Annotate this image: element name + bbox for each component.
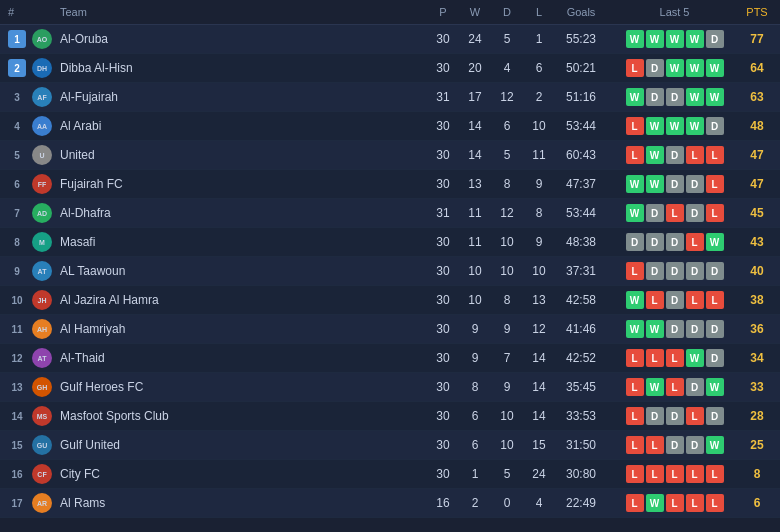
won-cell: 2 bbox=[459, 496, 491, 510]
won-cell: 8 bbox=[459, 380, 491, 394]
rank-badge: 12 bbox=[8, 349, 26, 367]
result-badge: L bbox=[626, 262, 644, 280]
team-icon: AO bbox=[32, 29, 52, 49]
team-name: Al-Dhafra bbox=[60, 206, 427, 220]
result-badge: W bbox=[706, 378, 724, 396]
points-cell: 45 bbox=[742, 206, 772, 220]
won-cell: 24 bbox=[459, 32, 491, 46]
rank-cell: 5 bbox=[8, 146, 32, 164]
goals-cell: 41:46 bbox=[555, 322, 607, 336]
team-icon: DH bbox=[32, 58, 52, 78]
result-badge: W bbox=[706, 59, 724, 77]
table-row: 10JHAl Jazira Al Hamra301081342:58WLDLL3… bbox=[0, 286, 780, 315]
last5-cell: LDDLD bbox=[607, 407, 742, 425]
lost-cell: 15 bbox=[523, 438, 555, 452]
result-badge: D bbox=[706, 349, 724, 367]
result-badge: D bbox=[666, 88, 684, 106]
rank-cell: 6 bbox=[8, 175, 32, 193]
result-badge: W bbox=[626, 204, 644, 222]
table-row: 1AOAl-Oruba30245155:23WWWWD77 bbox=[0, 25, 780, 54]
result-badge: D bbox=[686, 320, 704, 338]
team-badge: AF bbox=[32, 87, 60, 107]
played-cell: 30 bbox=[427, 351, 459, 365]
lost-cell: 13 bbox=[523, 293, 555, 307]
won-cell: 13 bbox=[459, 177, 491, 191]
goals-cell: 48:38 bbox=[555, 235, 607, 249]
rank-badge: 16 bbox=[8, 465, 26, 483]
team-badge: AH bbox=[32, 319, 60, 339]
team-name: Masafi bbox=[60, 235, 427, 249]
table-row: 5UUnited301451160:43LWDLL47 bbox=[0, 141, 780, 170]
result-badge: W bbox=[686, 349, 704, 367]
team-icon: AT bbox=[32, 261, 52, 281]
header-d: D bbox=[491, 6, 523, 18]
result-badge: L bbox=[706, 291, 724, 309]
drawn-cell: 12 bbox=[491, 90, 523, 104]
team-badge: CF bbox=[32, 464, 60, 484]
team-name: Al Hamriyah bbox=[60, 322, 427, 336]
standings-table: # Team P W D L Goals Last 5 PTS 1AOAl-Or… bbox=[0, 0, 780, 518]
won-cell: 10 bbox=[459, 293, 491, 307]
won-cell: 9 bbox=[459, 351, 491, 365]
team-name: United bbox=[60, 148, 427, 162]
result-badge: W bbox=[706, 88, 724, 106]
played-cell: 30 bbox=[427, 264, 459, 278]
rank-badge: 11 bbox=[8, 320, 26, 338]
drawn-cell: 4 bbox=[491, 61, 523, 75]
team-icon: U bbox=[32, 145, 52, 165]
result-badge: W bbox=[686, 88, 704, 106]
result-badge: D bbox=[666, 407, 684, 425]
lost-cell: 11 bbox=[523, 148, 555, 162]
won-cell: 14 bbox=[459, 148, 491, 162]
header-goals: Goals bbox=[555, 6, 607, 18]
goals-cell: 51:16 bbox=[555, 90, 607, 104]
lost-cell: 6 bbox=[523, 61, 555, 75]
result-badge: L bbox=[646, 436, 664, 454]
result-badge: D bbox=[646, 262, 664, 280]
team-name: Gulf United bbox=[60, 438, 427, 452]
team-badge: GH bbox=[32, 377, 60, 397]
lost-cell: 24 bbox=[523, 467, 555, 481]
last5-cell: LWWWD bbox=[607, 117, 742, 135]
team-name: Al-Fujairah bbox=[60, 90, 427, 104]
rank-cell: 4 bbox=[8, 117, 32, 135]
drawn-cell: 9 bbox=[491, 322, 523, 336]
last5-cell: LDDDD bbox=[607, 262, 742, 280]
won-cell: 17 bbox=[459, 90, 491, 104]
team-name: Dibba Al-Hisn bbox=[60, 61, 427, 75]
rank-cell: 1 bbox=[8, 30, 32, 48]
result-badge: W bbox=[626, 30, 644, 48]
team-badge: JH bbox=[32, 290, 60, 310]
played-cell: 16 bbox=[427, 496, 459, 510]
lost-cell: 2 bbox=[523, 90, 555, 104]
result-badge: L bbox=[626, 349, 644, 367]
lost-cell: 12 bbox=[523, 322, 555, 336]
team-icon: AH bbox=[32, 319, 52, 339]
result-badge: W bbox=[686, 59, 704, 77]
result-badge: L bbox=[706, 175, 724, 193]
result-badge: W bbox=[646, 175, 664, 193]
result-badge: W bbox=[646, 320, 664, 338]
result-badge: L bbox=[626, 117, 644, 135]
result-badge: D bbox=[666, 436, 684, 454]
result-badge: L bbox=[706, 494, 724, 512]
table-row: 7ADAl-Dhafra311112853:44WDLDL45 bbox=[0, 199, 780, 228]
goals-cell: 53:44 bbox=[555, 206, 607, 220]
rank-badge: 7 bbox=[8, 204, 26, 222]
team-icon: AA bbox=[32, 116, 52, 136]
team-icon: M bbox=[32, 232, 52, 252]
result-badge: W bbox=[706, 436, 724, 454]
result-badge: D bbox=[666, 146, 684, 164]
team-badge: AO bbox=[32, 29, 60, 49]
table-body: 1AOAl-Oruba30245155:23WWWWD772DHDibba Al… bbox=[0, 25, 780, 518]
won-cell: 9 bbox=[459, 322, 491, 336]
team-badge: GU bbox=[32, 435, 60, 455]
played-cell: 30 bbox=[427, 409, 459, 423]
result-badge: L bbox=[666, 204, 684, 222]
header-p: P bbox=[427, 6, 459, 18]
rank-cell: 12 bbox=[8, 349, 32, 367]
goals-cell: 47:37 bbox=[555, 177, 607, 191]
result-badge: D bbox=[646, 233, 664, 251]
rank-cell: 11 bbox=[8, 320, 32, 338]
drawn-cell: 10 bbox=[491, 409, 523, 423]
